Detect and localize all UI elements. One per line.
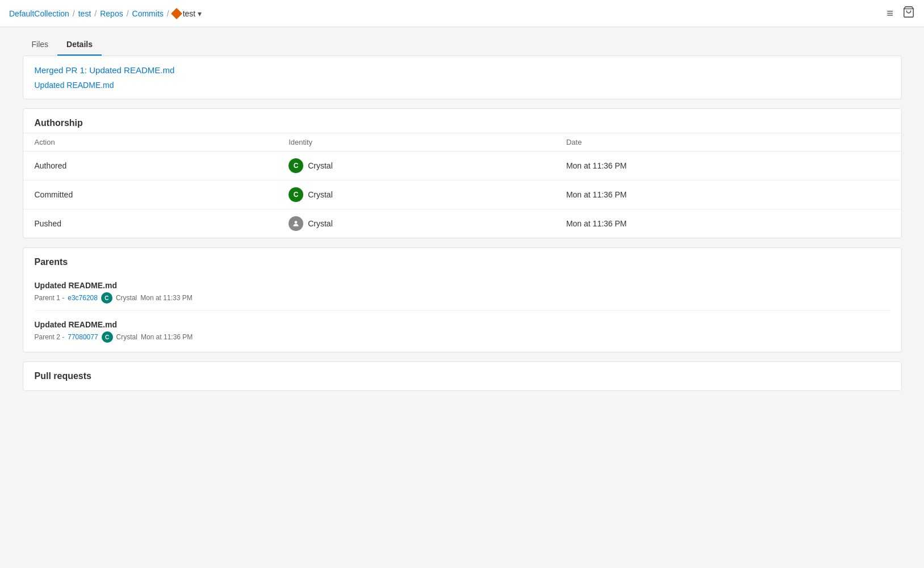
authorship-identity: CCrystal [277,152,555,180]
breadcrumb: DefaultCollection / test / Repos / Commi… [9,9,202,18]
authorship-date: Mon at 11:36 PM [555,180,901,209]
parent-label: Parent 2 - [35,333,65,341]
parent-identity-name: Crystal [116,333,137,341]
parent-item: Updated README.mdParent 2 -77080077CCrys… [35,320,890,343]
breadcrumb-sep-1: / [73,9,75,18]
parents-title: Parents [23,248,901,272]
authorship-table: Action Identity Date AuthoredCCrystalMon… [23,133,901,238]
authorship-action: Committed [23,180,278,209]
col-date: Date [555,133,901,152]
parent-avatar: C [102,331,113,343]
topbar: DefaultCollection / test / Repos / Commi… [0,0,924,27]
authorship-title: Authorship [23,109,901,133]
commit-messages: Merged PR 1: Updated README.md Updated R… [23,56,901,99]
commit-body[interactable]: Updated README.md [35,81,890,90]
authorship-identity: CCrystal [277,180,555,209]
parent-commit-title: Updated README.md [35,281,890,290]
tab-files[interactable]: Files [23,34,58,56]
parent-item: Updated README.mdParent 1 -e3c76208CCrys… [35,281,890,311]
parent-meta: Parent 2 -77080077CCrystalMon at 11:36 P… [35,331,890,343]
tabs: Files Details [23,34,902,56]
authorship-action: Authored [23,152,278,180]
repo-diamond-icon [171,8,182,19]
pull-requests-card: Pull requests [23,361,902,391]
identity-name: Crystal [308,219,333,228]
chevron-down-icon[interactable]: ▾ [198,9,202,18]
parent-meta: Parent 1 -e3c76208CCrystalMon at 11:33 P… [35,292,890,304]
avatar: C [289,187,303,202]
pull-requests-title: Pull requests [35,371,890,381]
parents-card: Parents Updated README.mdParent 1 -e3c76… [23,247,902,352]
breadcrumb-sep-2: / [94,9,97,18]
parent-commit-title: Updated README.md [35,320,890,329]
authorship-date: Mon at 11:36 PM [555,152,901,180]
col-action: Action [23,133,278,152]
breadcrumb-project[interactable]: test [78,9,91,18]
authorship-row: CommittedCCrystalMon at 11:36 PM [23,180,901,209]
commit-messages-card: Merged PR 1: Updated README.md Updated R… [23,56,902,99]
svg-point-1 [295,221,298,224]
commit-title[interactable]: Merged PR 1: Updated README.md [35,65,890,75]
tab-details[interactable]: Details [57,34,102,56]
parents-section: Updated README.mdParent 1 -e3c76208CCrys… [23,272,901,352]
pull-requests-section: Pull requests [23,362,901,390]
authorship-identity: Crystal [277,209,555,238]
parent-separator [35,310,890,311]
parent-identity-name: Crystal [116,294,137,302]
breadcrumb-sep-4: / [167,9,169,18]
breadcrumb-repos[interactable]: Repos [100,9,123,18]
parent-date: Mon at 11:36 PM [141,333,193,341]
authorship-date: Mon at 11:36 PM [555,209,901,238]
parent-date: Mon at 11:33 PM [140,294,192,302]
identity-name: Crystal [308,161,333,170]
authorship-row: AuthoredCCrystalMon at 11:36 PM [23,152,901,180]
breadcrumb-collection[interactable]: DefaultCollection [9,9,69,18]
breadcrumb-repo[interactable]: test [183,9,196,18]
authorship-table-header: Action Identity Date [23,133,901,152]
topbar-icons: ≡ [887,6,915,21]
breadcrumb-commits[interactable]: Commits [132,9,164,18]
bag-icon[interactable] [902,6,915,21]
list-icon[interactable]: ≡ [887,7,893,20]
parent-hash[interactable]: 77080077 [68,333,98,341]
authorship-card: Authorship Action Identity Date Authored… [23,108,902,238]
parent-label: Parent 1 - [35,294,65,302]
authorship-row: PushedCrystalMon at 11:36 PM [23,209,901,238]
avatar [289,216,303,231]
main-content: Files Details Merged PR 1: Updated READM… [14,27,911,407]
authorship-action: Pushed [23,209,278,238]
parent-hash[interactable]: e3c76208 [68,294,98,302]
breadcrumb-sep-3: / [127,9,129,18]
col-identity: Identity [277,133,555,152]
avatar: C [289,158,303,173]
parent-avatar: C [101,292,112,304]
identity-name: Crystal [308,190,333,199]
